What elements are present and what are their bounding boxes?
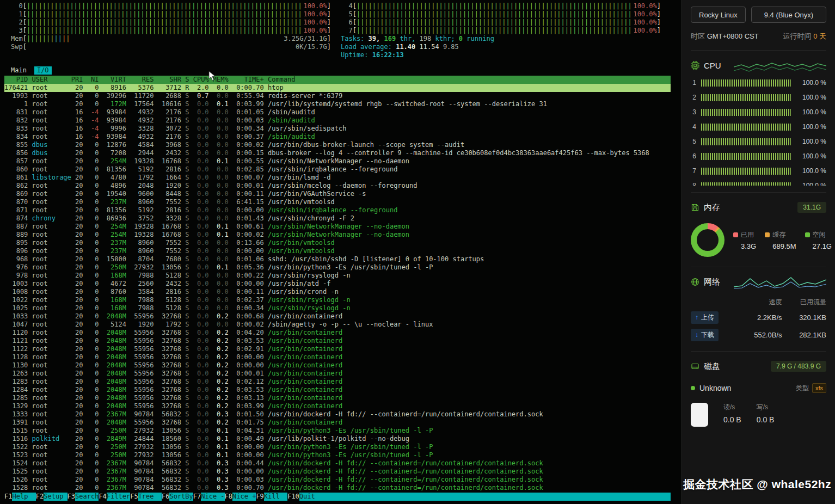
process-row[interactable]: 862root200489620481920S0.00.00:00.01/usr… — [4, 182, 671, 190]
fnkey-F3-label[interactable]: Search — [75, 493, 99, 501]
fnkey-F6-label[interactable]: SortBy — [169, 493, 193, 501]
fnkey-F10-label[interactable]: Quit — [299, 493, 323, 501]
fnkey-F7-label[interactable]: Nice - — [201, 493, 224, 501]
legend-used: 已用3.3G — [733, 230, 756, 250]
os-info-row: Rocky Linux 9.4 (Blue Onyx) — [691, 5, 826, 29]
cpu-core-row: 5100.0 % — [691, 138, 826, 145]
col-pid[interactable]: PID — [4, 76, 28, 84]
process-row[interactable]: 896root200237M89607552S0.00.00:00.00/usr… — [4, 247, 671, 255]
download-total: 282.1KB — [782, 331, 827, 339]
fnkey-F3[interactable]: F3 — [67, 493, 75, 501]
process-row[interactable]: 1022root200168M79885128S0.00.00:02.37/us… — [4, 296, 671, 304]
process-row[interactable]: 1047root200512419201792S0.00.00:00.02/sb… — [4, 321, 671, 329]
process-row[interactable]: 976root200250M2793213056S0.00.10:05.36/u… — [4, 263, 671, 272]
process-row[interactable]: 1284root2002048M5595632768S0.00.20:03.53… — [4, 386, 671, 394]
process-row[interactable]: 887root200254M1932816768S0.00.10:00.61/u… — [4, 223, 671, 231]
process-row[interactable]: 1333root2002367M9078456832S0.00.30:01.50… — [4, 410, 671, 419]
col-res[interactable]: RES — [130, 76, 154, 84]
process-row[interactable]: 1root200172M1756410616S0.00.10:03.99/usr… — [4, 100, 671, 108]
fnkey-F2-label[interactable]: Setup — [44, 493, 67, 501]
memory-meter-buffer-pipes: || — [54, 35, 62, 43]
process-row[interactable]: 1130root2002048M5595632768S0.00.20:00.00… — [4, 361, 671, 370]
fnkey-F10[interactable]: F10 — [287, 493, 299, 501]
process-row[interactable]: 1033root2002048M5595632768S0.00.20:00.68… — [4, 312, 671, 321]
process-row[interactable]: 855dbus2001287645843968S0.00.00:00.02/us… — [4, 141, 671, 149]
process-row[interactable]: 1391root2002048M5595632768S0.00.20:01.75… — [4, 419, 671, 427]
process-row[interactable]: 1285root2002048M5595632768S0.00.20:03.13… — [4, 394, 671, 402]
process-row[interactable]: 1121root2002048M5595632768S0.00.20:03.53… — [4, 337, 671, 345]
col-ni[interactable]: NI — [87, 76, 99, 84]
fnkey-F1-label[interactable]: Help — [12, 493, 35, 501]
fnkey-F8[interactable]: F8 — [225, 493, 232, 501]
swap-meter-label: Swp — [11, 43, 23, 51]
process-row[interactable]: 889root200254M1932816768S0.00.10:00.02/u… — [4, 231, 671, 239]
process-row[interactable]: 874chrony2008693637523328S0.00.00:01.43/… — [4, 214, 671, 223]
process-row[interactable]: 1003root200467225602432S0.00.00:00.00/us… — [4, 280, 671, 288]
disk-write-stat: 写/s0.0 B — [757, 403, 775, 424]
process-row[interactable]: 968root2001580087047680S0.00.00:01.06ssh… — [4, 255, 671, 263]
process-row[interactable]: 832root16-49398449322176S0.00.00:00.03/s… — [4, 116, 671, 125]
fnkey-F7[interactable]: F7 — [193, 493, 201, 501]
process-row[interactable]: 1120root2002048M5595632768S0.00.20:04.20… — [4, 329, 671, 337]
tasks-label: Tasks: — [341, 35, 364, 42]
os-name-button[interactable]: Rocky Linux — [691, 7, 746, 23]
cpu-core-bar — [701, 124, 791, 131]
process-row[interactable]: 860root2008135651922816S0.00.00:02.85/us… — [4, 165, 671, 174]
tasks-line: Tasks: 39, 169 thr, 198 kthr; 0 running — [341, 35, 661, 43]
process-row[interactable]: 1122root2002048M5595632768S0.00.20:02.91… — [4, 345, 671, 353]
process-row[interactable]: 857root200254M1932816768S0.00.10:00.55/u… — [4, 157, 671, 165]
swap-meter-value: 0K/15.7G — [296, 43, 327, 51]
process-row[interactable]: 833root16-4999633283072S0.00.00:00.34/us… — [4, 125, 671, 133]
process-row[interactable]: 1526root2002367M9078456832S0.00.30:00.03… — [4, 476, 671, 484]
fnkey-F6[interactable]: F6 — [162, 493, 169, 501]
process-row[interactable]: 1008root200876035842816S0.00.00:00.11/us… — [4, 288, 671, 296]
process-row[interactable]: 1025root200168M79885128S0.00.00:00.34/us… — [4, 304, 671, 312]
download-arrow-icon — [695, 331, 698, 339]
memory-meter: Mem[|||||||||||3.25G/31.1G] — [11, 35, 331, 43]
col-user[interactable]: USER — [32, 76, 71, 84]
fnkey-F9-label[interactable]: Kill — [264, 493, 287, 501]
process-row[interactable]: 1283root2002048M5595632768S0.00.20:02.12… — [4, 378, 671, 386]
col-pri[interactable]: PRI — [71, 76, 83, 84]
process-row[interactable]: 1263root2002048M5595632768S0.00.20:00.01… — [4, 370, 671, 378]
process-row[interactable]: 1522root200250M2793213056S0.00.10:00.00/… — [4, 443, 671, 451]
fnkey-F5[interactable]: F5 — [130, 493, 138, 501]
process-row[interactable]: 856dbus200720829442432S0.00.00:00.15dbus… — [4, 149, 671, 157]
process-row[interactable]: 1128root2002048M5595632768S0.00.20:00.00… — [4, 353, 671, 361]
process-row[interactable]: 1524root2002367M9078456832S0.00.30:00.44… — [4, 459, 671, 468]
col-shr[interactable]: SHR — [158, 76, 181, 84]
process-row[interactable]: 871root2008135651922816S0.00.00:00.00/us… — [4, 206, 671, 214]
process-row[interactable]: 861libstorage200478017921664S0.00.00:00.… — [4, 174, 671, 182]
col-state[interactable]: S — [185, 76, 189, 84]
process-row[interactable]: 1528root2002367M9078456832S0.00.30:00.70… — [4, 484, 671, 492]
process-row[interactable]: 978root200168M79885128S0.00.00:00.22/usr… — [4, 272, 671, 280]
process-row[interactable]: 1515root200250M2793213056S0.00.10:04.31/… — [4, 427, 671, 435]
process-table-header[interactable]: PIDUSERPRINIVIRTRESSHRSCPU%MEM%TIME+Comm… — [4, 76, 671, 84]
process-row[interactable]: 831root16-49398449322176S0.00.00:01.05/s… — [4, 108, 671, 116]
process-row[interactable]: 895root200237M89607552S0.00.00:13.66/usr… — [4, 239, 671, 247]
cpu-meter-5: 5[||||||||||||||||||||||||||||||||||||||… — [341, 10, 661, 19]
col-time[interactable]: TIME+ — [232, 76, 264, 84]
process-row[interactable]: 1523root200250M2793213056S0.00.10:00.00/… — [4, 451, 671, 459]
fnkey-F4[interactable]: F4 — [99, 493, 106, 501]
fnkey-F2[interactable]: F2 — [36, 493, 44, 501]
process-row[interactable]: 869root2001954096008448S0.00.00:00.11/us… — [4, 190, 671, 198]
process-row[interactable]: 1329root2002048M5595632768S0.00.20:03.99… — [4, 402, 671, 410]
process-row[interactable]: 834root16-49398449322176S0.00.00:00.37/s… — [4, 133, 671, 141]
col-cpu[interactable]: CPU% — [193, 76, 209, 84]
col-command[interactable]: Command — [268, 76, 671, 84]
fnkey-F8-label[interactable]: Nice + — [232, 493, 256, 501]
process-row[interactable]: 1525root2002367M9078456832S0.00.30:00.00… — [4, 468, 671, 476]
fnkey-F5-label[interactable]: Tree — [138, 493, 162, 501]
process-row[interactable]: 1993root20039296117202688S0.70.00:55.94r… — [4, 92, 671, 100]
fnkey-F1[interactable]: F1 — [4, 493, 12, 501]
process-row[interactable]: 176421root200891653763712R2.00.00:00.70h… — [4, 84, 671, 92]
process-row[interactable]: 870root200237M89607552S0.00.06:41.15/usr… — [4, 198, 671, 206]
tab-io[interactable]: I/O — [34, 66, 52, 75]
fnkey-F9[interactable]: F9 — [256, 493, 263, 501]
tab-main[interactable]: Main — [11, 66, 27, 75]
fnkey-F4-label[interactable]: Filter — [107, 493, 130, 501]
os-version-button[interactable]: 9.4 (Blue Onyx) — [751, 7, 826, 23]
col-virt[interactable]: VIRT — [103, 76, 126, 84]
process-row[interactable]: 1516polkitd2002849M2484418560S0.00.10:00… — [4, 435, 671, 443]
